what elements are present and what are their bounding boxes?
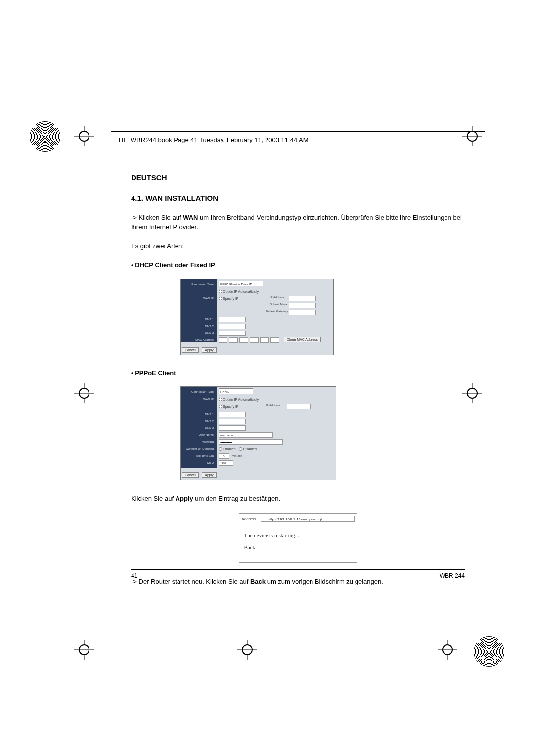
mac-seg-1[interactable]	[229, 337, 238, 343]
pppoe-radio-obtain[interactable]: Obtain IP Automatically	[219, 396, 259, 403]
pppoe-dns1-field[interactable]	[219, 412, 246, 417]
bullet-pppoe: • PPPoE Client	[131, 369, 465, 377]
pppoe-mtu-label: MTU	[181, 459, 216, 467]
dhcp-screenshot: Connection Type DHCP Client or Fixed IP …	[180, 279, 334, 355]
two-types-text: Es gibt zwei Arten:	[131, 242, 465, 251]
intro-prefix: -> Klicken Sie auf	[131, 214, 183, 221]
model-number: WBR 244	[440, 572, 465, 579]
dhcp-ipaddr-label: IP Address	[270, 296, 284, 299]
pppoe-wanip-label: WAN IP	[181, 396, 216, 403]
apply-prefix: Klicken Sie auf	[131, 495, 176, 502]
dhcp-dns2-field[interactable]	[219, 324, 246, 329]
restart-message: The device is restarting...	[244, 532, 299, 538]
pppoe-password-label: Password	[181, 438, 216, 446]
pppoe-dns3-field[interactable]	[219, 425, 246, 431]
crop-register-icon	[438, 640, 457, 660]
dhcp-cancel-button[interactable]: Cancel	[182, 347, 199, 353]
dhcp-dns2-label: DNS 2	[181, 323, 216, 330]
pppoe-dns3-label: DNS 3	[181, 425, 216, 432]
pppoe-username-field[interactable]: username	[219, 432, 273, 438]
mac-seg-0[interactable]	[219, 337, 227, 343]
language-heading: DEUTSCH	[131, 173, 465, 182]
pppoe-conn-type-label: Connection Type	[181, 388, 216, 396]
crop-register-icon	[74, 640, 94, 660]
mac-seg-2[interactable]	[239, 337, 248, 343]
back-link[interactable]: Back	[244, 544, 256, 550]
pppoe-cod-label: Connect-on-Demand	[181, 445, 216, 453]
dhcp-gateway-label: Default Gateway	[266, 310, 288, 313]
address-url-field[interactable]: http://192.168.1.1/wan_poe.cgi	[261, 516, 355, 522]
dhcp-radio-specify[interactable]: Specify IP	[219, 295, 239, 302]
crop-register-icon	[462, 126, 482, 146]
crop-register-icon	[462, 383, 482, 403]
intro-wan-bold: WAN	[183, 214, 198, 221]
pppoe-ipaddr-field[interactable]	[287, 404, 311, 409]
dhcp-ipaddr-field[interactable]	[289, 296, 316, 301]
bullet-dhcp: • DHCP Client oder Fixed IP	[131, 261, 465, 269]
pppoe-radio-disabled[interactable]: Disabled	[239, 447, 257, 451]
dhcp-dns3-field[interactable]	[219, 331, 246, 336]
apply-paragraph: Klicken Sie auf Apply um den Eintrag zu …	[131, 494, 465, 504]
dhcp-wanip-label: WAN IP	[181, 295, 216, 302]
pppoe-cancel-button[interactable]: Cancel	[182, 472, 199, 478]
address-label: Address	[242, 517, 256, 521]
pppoe-dns2-label: DNS 2	[181, 418, 216, 425]
apply-bold: Apply	[176, 495, 193, 502]
pppoe-idle-field[interactable]: 5	[219, 453, 229, 459]
restart-screenshot: Address http://192.168.1.1/wan_poe.cgi T…	[239, 513, 357, 563]
intro-paragraph: -> Klicken Sie auf WAN um Ihren Breitban…	[131, 213, 465, 232]
crop-register-icon	[237, 640, 257, 660]
mac-seg-5[interactable]	[270, 337, 279, 343]
crop-register-icon	[74, 383, 94, 403]
clone-mac-button[interactable]: Clone MAC Address	[284, 337, 321, 342]
pppoe-mtu-field[interactable]: 1492	[219, 460, 233, 466]
pppoe-apply-button[interactable]: Apply	[202, 472, 217, 478]
pppoe-dns2-field[interactable]	[219, 419, 246, 424]
page-number: 41	[131, 572, 137, 579]
corner-ornament-top-left	[30, 121, 60, 152]
dhcp-gateway-field[interactable]	[289, 310, 316, 315]
dhcp-subnet-field[interactable]	[289, 303, 316, 308]
pppoe-dns1-label: DNS 1	[181, 411, 216, 418]
dhcp-apply-button[interactable]: Apply	[202, 347, 217, 353]
pppoe-minutes-label: Minutes	[232, 454, 242, 457]
crop-register-icon	[74, 126, 94, 146]
page-footer: 41 WBR 244	[131, 572, 465, 579]
pppoe-cod-options: Enabled Disabled	[219, 445, 257, 453]
dhcp-mac-label: MAC Address	[181, 336, 216, 344]
page-top-rule	[111, 131, 485, 132]
section-heading: 4.1. WAN INSTALLATION	[131, 194, 465, 202]
pppoe-screenshot: Connection Type PPPoE WAN IP Obtain IP A…	[180, 386, 336, 480]
page-meta-text: HL_WBR244.book Page 41 Tuesday, February…	[119, 136, 309, 143]
dhcp-conn-type-label: Connection Type	[181, 281, 216, 288]
dhcp-dns1-label: DNS 1	[181, 316, 216, 323]
pppoe-radio-specify[interactable]: Specify IP	[219, 403, 239, 410]
pppoe-password-field[interactable]: ••••••••••••••••••••••	[219, 439, 283, 445]
apply-suffix: um den Eintrag zu bestätigen.	[193, 495, 280, 502]
corner-ornament-bottom-right	[474, 636, 504, 667]
pppoe-ipaddr-label: IP Address	[266, 404, 280, 407]
dhcp-subnet-label: Subnet Mask	[270, 303, 287, 306]
mac-seg-3[interactable]	[250, 337, 259, 343]
pppoe-idle-label: Idle Time Out	[181, 452, 216, 460]
mac-seg-4[interactable]	[260, 337, 269, 343]
pppoe-radio-enabled[interactable]: Enabled	[219, 447, 236, 451]
pppoe-username-label: User Name	[181, 431, 216, 439]
pppoe-conn-type-select[interactable]: PPPoE	[219, 388, 253, 394]
dhcp-dns3-label: DNS 3	[181, 330, 216, 337]
dhcp-dns1-field[interactable]	[219, 317, 246, 322]
dhcp-radio-obtain[interactable]: Obtain IP Automatically	[219, 288, 259, 295]
dhcp-conn-type-select[interactable]: DHCP Client or Fixed IP	[219, 281, 263, 286]
